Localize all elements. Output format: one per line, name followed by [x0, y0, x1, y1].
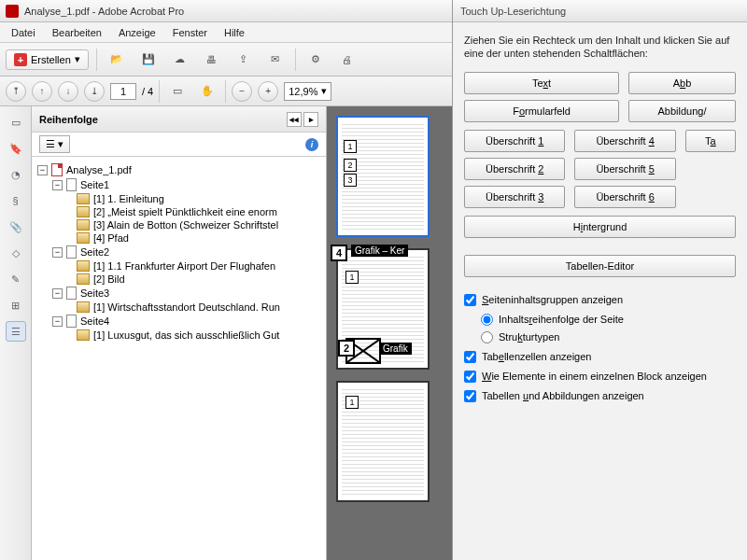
select-tool-icon[interactable]: ▭	[165, 79, 190, 104]
snake-icon[interactable]: §	[6, 190, 26, 211]
page-input[interactable]	[110, 83, 136, 100]
thumb-page-2[interactable]: 4 Grafik – Ker 1 2 Grafik	[336, 248, 430, 370]
attachment-icon[interactable]: 📎	[6, 217, 26, 237]
checkbox[interactable]	[464, 351, 476, 363]
collapse-icon[interactable]: −	[52, 288, 63, 299]
root-label: Analyse_1.pdf	[66, 164, 132, 175]
tree-page[interactable]: −Seite3	[35, 286, 322, 301]
h6-button[interactable]: Überschrift 6	[574, 186, 675, 208]
checkbox[interactable]	[464, 294, 476, 306]
tree-item[interactable]: [2] Bild	[35, 273, 322, 286]
hand-tool-icon[interactable]: ✋	[195, 79, 219, 104]
menu-hilfe[interactable]: Hilfe	[217, 25, 252, 40]
collapse-icon[interactable]: −	[52, 316, 63, 327]
zoom-in-button[interactable]: +	[258, 81, 278, 102]
tree-page[interactable]: −Seite1	[35, 177, 322, 192]
order-tag: 3	[344, 174, 357, 187]
tree: − Analyse_1.pdf −Seite1 [1] 1. Einleitun…	[32, 157, 326, 560]
checkbox[interactable]	[464, 390, 476, 402]
thumb-page-3[interactable]: 1	[336, 381, 430, 502]
box-icon	[77, 329, 90, 341]
radio-struct[interactable]: Strukturtypen	[481, 331, 736, 343]
hintergrund-button[interactable]: Hintergrund	[464, 216, 736, 238]
pages-panel-icon[interactable]: ▭	[6, 112, 26, 133]
h3-button[interactable]: Überschrift 3	[464, 186, 565, 208]
thumb-page-1[interactable]: 1 2 3	[336, 116, 430, 237]
text-button[interactable]: Text	[464, 72, 619, 94]
prev-page-button[interactable]: ↑	[32, 81, 52, 102]
open-icon[interactable]: 📂	[105, 48, 129, 72]
page-icon	[66, 315, 77, 328]
collapse-icon[interactable]: −	[37, 165, 48, 175]
tag-label: Grafik – Ker	[351, 245, 408, 257]
order-panel-icon[interactable]: ☰	[6, 321, 26, 342]
tree-item[interactable]: [2] „Meist spielt Pünktlichkeit eine eno…	[35, 205, 322, 218]
panel-next-icon[interactable]: ▸	[303, 112, 318, 127]
order-tag: 2	[338, 340, 355, 357]
zoom-select[interactable]: 12,9% ▾	[284, 82, 331, 101]
collapse-icon[interactable]: −	[52, 247, 63, 258]
tree-item[interactable]: [1] 1. Einleitung	[35, 192, 322, 205]
h5-button[interactable]: Überschrift 5	[574, 158, 675, 180]
panel-prev-icon[interactable]: ◂◂	[287, 112, 302, 127]
menu-bearbeiten[interactable]: Bearbeiten	[45, 25, 109, 40]
check-tablecells[interactable]: Tabellenzellen anzeigen	[464, 351, 736, 363]
check-block[interactable]: Wie Elemente in einem einzelnen Block an…	[464, 371, 736, 383]
h4-button[interactable]: Überschrift 4	[574, 130, 675, 152]
view-mode-button[interactable]: ☰ ▾	[39, 135, 70, 153]
tree-item[interactable]: [1] Wirtschaftsstandort Deutschland. Run	[35, 301, 322, 314]
check-groups[interactable]: Seiteninhaltsgruppen anzeigen	[464, 294, 736, 306]
tree-item[interactable]: [1] Luxusgut, das sich ausschließlich Gu…	[35, 329, 322, 342]
share-icon[interactable]: ⇪	[232, 48, 256, 72]
formfield-button[interactable]: Formularfeld	[464, 100, 619, 122]
abb-button[interactable]: Abb	[628, 72, 736, 94]
h2-button[interactable]: Überschrift 2	[464, 158, 565, 180]
box-icon	[77, 206, 90, 217]
print-icon[interactable]: 🖶	[200, 48, 224, 72]
dialog-instructions: Ziehen Sie ein Rechteck um den Inhalt un…	[464, 34, 736, 61]
sign-icon[interactable]: ✎	[6, 269, 26, 289]
separator	[159, 80, 160, 103]
clock-icon[interactable]: ◔	[6, 164, 26, 185]
menu-anzeige[interactable]: Anzeige	[111, 25, 163, 40]
mail-icon[interactable]: ✉	[263, 48, 288, 72]
last-page-button[interactable]: ⤓	[84, 81, 105, 102]
info-icon[interactable]: i	[305, 138, 318, 151]
radio-order[interactable]: Inhaltsreihenfolge der Seite	[481, 314, 736, 326]
create-label: Erstellen	[31, 54, 71, 65]
save-icon[interactable]: 💾	[136, 48, 161, 72]
tree-page[interactable]: −Seite4	[35, 314, 322, 329]
checkbox[interactable]	[464, 371, 476, 383]
tags-icon[interactable]: ⊞	[6, 295, 26, 315]
bookmarks-icon[interactable]: 🔖	[6, 138, 26, 159]
gear-icon[interactable]: ⚙	[303, 48, 328, 72]
collapse-icon[interactable]: −	[52, 180, 63, 190]
check-tables-figs[interactable]: Tabellen und Abbildungen anzeigen	[464, 390, 736, 402]
tree-item[interactable]: [3] Alain de Botton (Schweizer Schriftst…	[35, 218, 322, 231]
next-page-button[interactable]: ↓	[58, 81, 78, 102]
order-tag: 2	[344, 159, 357, 172]
ta-button[interactable]: Ta	[685, 130, 736, 152]
cloud-icon[interactable]: ☁	[168, 48, 192, 72]
zoom-out-button[interactable]: −	[232, 81, 252, 102]
create-button[interactable]: + Erstellen ▾	[6, 49, 89, 70]
left-rail: ▭ 🔖 ◔ § 📎 ◇ ✎ ⊞ ☰	[0, 106, 32, 560]
tree-item[interactable]: [4] Pfad	[35, 231, 322, 245]
printer2-icon[interactable]: 🖨	[335, 48, 359, 72]
separator	[96, 49, 97, 71]
table-editor-button[interactable]: Tabellen-Editor	[464, 255, 736, 277]
tree-item[interactable]: [1] 1.1 Frankfurter Airport Der Flughafe…	[35, 259, 322, 273]
menu-datei[interactable]: Datei	[4, 25, 43, 40]
radio[interactable]	[481, 331, 493, 343]
first-page-button[interactable]: ⤒	[6, 81, 26, 102]
abbildung-button[interactable]: Abbildung/	[628, 100, 736, 122]
radio[interactable]	[481, 314, 493, 326]
box-icon	[77, 273, 90, 285]
order-tag: 4	[331, 245, 347, 261]
tree-page[interactable]: −Seite2	[35, 245, 322, 259]
order-tag: 1	[345, 271, 359, 284]
layers-icon[interactable]: ◇	[6, 243, 26, 263]
tree-root[interactable]: − Analyse_1.pdf	[35, 162, 322, 177]
menu-fenster[interactable]: Fenster	[165, 25, 215, 40]
h1-button[interactable]: Überschrift 1	[464, 130, 565, 152]
